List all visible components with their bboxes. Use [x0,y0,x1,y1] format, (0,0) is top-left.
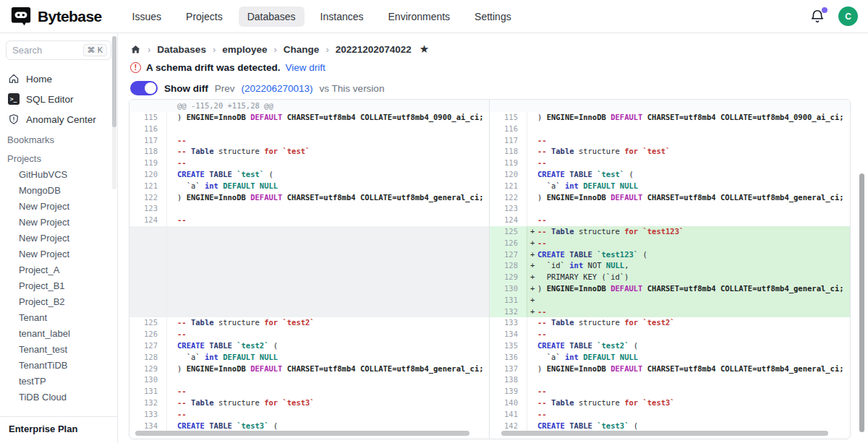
show-diff-toggle[interactable] [130,81,158,95]
diff-sign [167,397,177,409]
code-line: CREATE TABLE `test` ( [537,169,850,181]
project-item[interactable]: New Project [0,231,117,246]
line-number: 117 [490,135,527,147]
sidebar-scrollbar-thumb[interactable] [112,36,116,127]
toggle-knob [145,82,156,94]
code-line: `a` int DEFAULT NULL [177,352,489,364]
horizontal-scrollbar-right[interactable] [501,431,828,436]
diff-sign [527,192,537,204]
project-item[interactable]: Tenant_test [0,342,117,358]
diff-sign [167,181,177,192]
sidebar-item-anomaly-center[interactable]: Anomaly Center [0,109,117,129]
breadcrumb-item[interactable]: 20221202074022 [336,44,412,55]
page-vertical-scrollbar[interactable] [859,173,864,432]
horizontal-scrollbar-left[interactable] [135,431,469,436]
diff-sign [527,124,537,135]
diff-sign [527,340,537,352]
diff-row: 117-- [490,135,850,147]
project-item[interactable]: New Project [0,215,117,231]
project-item[interactable]: Tenant [0,310,117,326]
diff-sign: + [527,260,537,272]
breadcrumb-separator: › [213,44,216,55]
diff-sign [167,215,177,226]
bookmark-star-icon[interactable]: ★ [420,43,429,56]
project-item[interactable]: TenantTiDB [0,358,117,374]
line-number: 120 [490,169,527,181]
diff-sign [527,169,537,181]
diff-sign [527,421,537,432]
code-line: -- [537,215,850,226]
project-item[interactable]: Project_B1 [0,278,117,294]
bytebase-logo[interactable]: Bytebase [10,6,102,27]
hunk-header-right [490,100,850,112]
sidebar-item-home[interactable]: Home [0,69,117,89]
diff-row: 133-- [129,409,489,421]
line-number: 137 [490,364,527,375]
diff-row: 119-- [490,158,850,169]
diff-sign [167,112,177,124]
diff-sign [527,203,537,215]
nav-item-projects[interactable]: Projects [177,7,231,27]
home-icon[interactable] [130,44,141,55]
notifications-bell-icon[interactable] [809,9,825,25]
code-line: -- [177,215,489,226]
line-number: 134 [490,329,527,340]
code-line: ) ENGINE=InnoDB DEFAULT CHARSET=utf8mb4 … [177,364,489,375]
project-item[interactable]: GitHubVCS [0,167,117,183]
code-line [177,374,489,386]
code-line: -- [537,238,850,249]
project-item[interactable]: Project_A [0,262,117,278]
nav-item-databases[interactable]: Databases [239,7,305,27]
code-line [537,124,850,135]
diff-row: 137) ENGINE=InnoDB DEFAULT CHARSET=utf8m… [490,364,850,375]
project-item[interactable]: MongoDB [0,183,117,199]
line-number: 116 [490,124,527,135]
search-input[interactable]: Search ⌘ K [6,40,111,60]
diff-sign [527,135,537,147]
diff-sign [167,352,177,364]
diff-row: 127CREATE TABLE `test2` ( [129,340,489,352]
diff-sign [167,124,177,135]
code-line [537,295,850,306]
breadcrumb-item[interactable]: employee [222,44,267,55]
code-line: ) ENGINE=InnoDB DEFAULT CHARSET=utf8mb4 … [537,112,850,124]
nav-item-settings[interactable]: Settings [466,7,520,27]
code-line [537,203,850,215]
diff-row: 126-- [129,329,489,340]
code-line: -- [537,158,850,169]
breadcrumb-item[interactable]: Change [284,44,320,55]
code-line: -- Table structure for `test3` [537,397,850,409]
code-line: -- [537,409,850,421]
line-number: 139 [490,386,527,397]
main-content: ›Databases›employee›Change›2022120207402… [119,33,868,443]
code-line: CREATE TABLE `test3` ( [537,421,850,432]
breadcrumb-item[interactable]: Databases [157,44,206,55]
view-drift-link[interactable]: View drift [286,62,326,73]
diff-row: 118-- Table structure for `test` [129,146,489,158]
prev-version-link[interactable]: (202206270013) [242,83,313,94]
diff-sign [167,386,177,397]
line-number: 124 [490,215,527,226]
bytebase-logo-icon [10,6,32,27]
diff-row: 135CREATE TABLE `test2` ( [490,340,850,352]
nav-item-environments[interactable]: Environments [380,7,459,27]
project-item[interactable]: TiDB Cloud [0,390,117,405]
nav-item-issues[interactable]: Issues [124,7,170,27]
diff-sign [167,169,177,181]
project-item[interactable]: New Project [0,199,117,215]
code-line: -- Table structure for `test` [177,146,489,158]
project-item[interactable]: tenant_label [0,326,117,342]
diff-row: 140-- Table structure for `test3` [490,397,850,409]
nav-item-instances[interactable]: Instances [312,7,373,27]
user-avatar[interactable]: C [838,7,858,26]
diff-sign [167,329,177,340]
project-item[interactable]: testTP [0,374,117,390]
diff-sign: + [527,249,537,261]
code-line: -- Table structure for `test3` [177,397,489,409]
sidebar-item-sql-editor[interactable]: >_SQL Editor [0,89,117,109]
project-item[interactable]: Project_B2 [0,294,117,310]
diff-row: 120CREATE TABLE `test` ( [129,169,489,181]
line-number: 128 [490,260,527,272]
line-number: 130 [490,283,527,295]
project-item[interactable]: New Project [0,246,117,262]
